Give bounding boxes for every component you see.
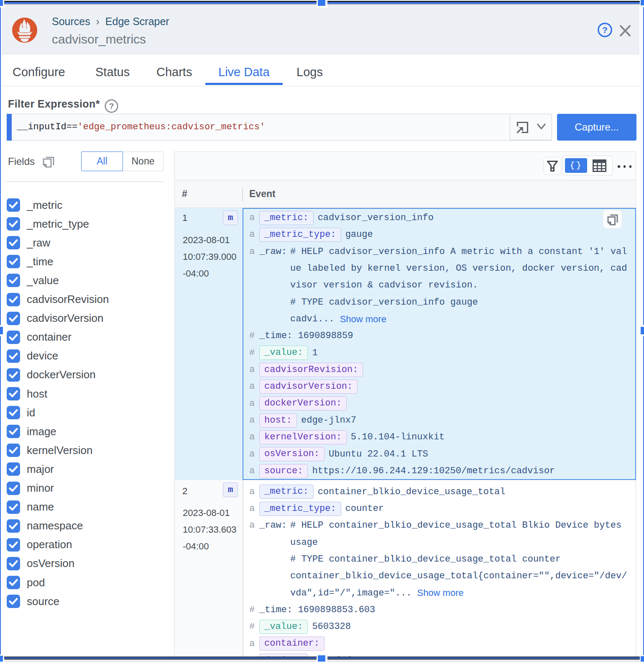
svg-text:?: ? <box>109 102 114 110</box>
svg-text:?: ? <box>602 25 608 35</box>
